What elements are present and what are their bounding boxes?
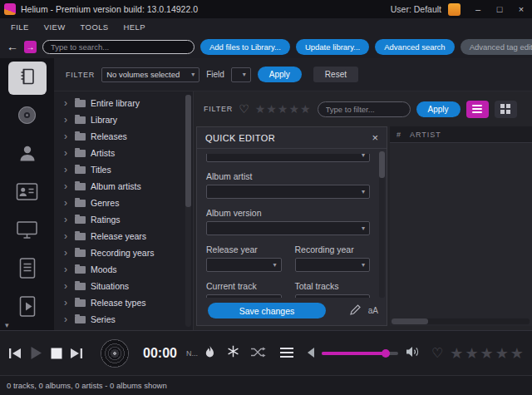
star-icon[interactable]: ★ <box>495 345 509 362</box>
sidebar-item-devices[interactable] <box>8 215 47 248</box>
app-icon <box>4 3 16 15</box>
tree-item[interactable]: › Artists <box>54 145 193 161</box>
field-dropdown[interactable]: ▾ <box>231 67 251 82</box>
sidebar-item-playlists[interactable] <box>8 253 47 286</box>
star-icon[interactable]: ★ <box>266 102 277 116</box>
save-changes-button[interactable]: Save changes <box>208 303 326 318</box>
player-menu-icon[interactable] <box>280 346 293 361</box>
heart-filter-icon[interactable]: ♡ <box>239 103 249 115</box>
play-button[interactable] <box>29 346 43 360</box>
star-icon[interactable]: ★ <box>450 345 463 362</box>
menu-file[interactable]: FILE <box>3 22 37 32</box>
star-icon[interactable]: ★ <box>278 102 288 116</box>
next-track-button[interactable] <box>70 348 83 359</box>
tree-item[interactable]: › Release years <box>54 228 193 244</box>
favorite-heart-icon[interactable]: ♡ <box>431 347 443 360</box>
sidebar-item-artists[interactable] <box>8 138 47 171</box>
menu-help[interactable]: HELP <box>116 22 153 32</box>
sidebar-scroll-down-icon[interactable]: ▾ <box>5 321 9 329</box>
tree-scrollbar-thumb[interactable] <box>185 95 191 207</box>
flame-icon[interactable] <box>205 346 214 361</box>
star-icon[interactable]: ★ <box>255 102 266 116</box>
close-button[interactable]: × <box>510 0 532 18</box>
add-files-button[interactable]: Add files to Library... <box>200 39 290 55</box>
tree-item[interactable]: › Ratings <box>54 211 193 228</box>
tree-item[interactable]: › Series <box>54 311 193 328</box>
volumes-dropdown[interactable]: No volumes selected ▾ <box>101 67 200 82</box>
tree-item[interactable]: › Recording years <box>54 244 193 261</box>
column-artist[interactable]: ARTIST <box>410 131 441 139</box>
previous-track-button[interactable] <box>8 348 22 359</box>
volume-mute-icon[interactable] <box>306 346 314 361</box>
clipped-dropdown[interactable]: ▾ <box>206 154 370 162</box>
toolbar: ← → Add files to Library... Update libra… <box>0 35 532 58</box>
album-artist-dropdown[interactable]: ▾ <box>206 185 370 199</box>
snowflake-icon[interactable] <box>227 345 239 361</box>
column-number[interactable]: # <box>397 131 401 139</box>
grid-view-button[interactable] <box>495 101 517 118</box>
advanced-search-button[interactable]: Advanced search <box>375 39 454 55</box>
tree-item[interactable]: › Library <box>54 111 193 128</box>
close-icon[interactable]: × <box>372 132 378 143</box>
window-title: Helium - Premium version build: 13.0.149… <box>21 4 198 14</box>
volume-apply-button[interactable]: Apply <box>258 67 302 82</box>
volume-thumb[interactable] <box>382 349 390 358</box>
recording-year-dropdown[interactable]: ▾ <box>295 258 371 272</box>
folder-icon <box>75 283 86 290</box>
book-icon <box>18 67 37 89</box>
star-icon[interactable]: ★ <box>465 345 478 362</box>
album-version-dropdown[interactable]: ▾ <box>206 221 370 235</box>
quick-editor-scrollbar-thumb[interactable] <box>379 151 385 178</box>
quick-editor-scrollbar[interactable] <box>379 151 385 298</box>
star-rating-filter[interactable]: ★★★★★ <box>255 101 312 116</box>
sidebar-item-contacts[interactable] <box>8 176 47 210</box>
track-filter-apply-button[interactable]: Apply <box>416 101 461 117</box>
artist-h-scrollbar-thumb[interactable] <box>392 318 428 324</box>
star-icon[interactable]: ★ <box>300 102 311 116</box>
vinyl-disc-icon[interactable] <box>101 339 129 368</box>
list-view-button[interactable] <box>466 101 489 118</box>
font-size-toggle[interactable]: aA <box>368 306 378 315</box>
track-filter-input[interactable] <box>326 105 402 114</box>
tree-item[interactable]: › Situations <box>54 278 193 294</box>
chevron-down-icon: ▾ <box>239 71 246 78</box>
star-icon[interactable]: ★ <box>480 345 494 362</box>
sidebar-item-now-playing[interactable] <box>8 291 47 324</box>
star-icon[interactable]: ★ <box>288 102 299 116</box>
play-mode-label[interactable]: N... <box>186 349 198 358</box>
tree-item[interactable]: › Titles <box>54 161 193 178</box>
stop-button[interactable] <box>51 348 62 359</box>
star-icon[interactable]: ★ <box>510 345 524 362</box>
artist-h-scrollbar[interactable] <box>392 318 530 324</box>
track-rating-stars[interactable]: ★★★★★ <box>448 344 524 363</box>
volume-loud-icon[interactable] <box>406 346 420 361</box>
monitor-icon <box>16 220 38 244</box>
menu-view[interactable]: VIEW <box>37 22 73 32</box>
menu-tools[interactable]: TOOLS <box>73 22 116 32</box>
folder-icon <box>75 316 86 323</box>
update-library-button[interactable]: Update library... <box>296 39 369 55</box>
tree-item-label: Library <box>91 115 117 125</box>
tree-item[interactable]: › Release types <box>54 294 193 311</box>
premium-icon[interactable] <box>448 3 461 16</box>
tree-item[interactable]: › Moods <box>54 261 193 278</box>
tree-scrollbar[interactable] <box>185 95 191 327</box>
volume-slider[interactable] <box>322 348 398 358</box>
pencil-icon[interactable] <box>350 304 361 318</box>
tree-item[interactable]: › Releases <box>54 128 193 145</box>
forward-arrow-icon[interactable]: → <box>24 41 37 53</box>
sidebar-item-library[interactable] <box>8 62 47 95</box>
tree-item[interactable]: › Genres <box>54 195 193 211</box>
volume-reset-button[interactable]: Reset <box>313 67 358 82</box>
maximize-button[interactable]: □ <box>489 0 510 18</box>
tree-item[interactable]: › Entire library <box>54 95 193 111</box>
sidebar-item-discs[interactable] <box>8 100 47 133</box>
shuffle-icon[interactable] <box>250 346 266 361</box>
tree-item-label: Artists <box>91 148 115 158</box>
release-year-dropdown[interactable]: ▾ <box>206 258 282 272</box>
folder-icon <box>75 183 86 190</box>
minimize-button[interactable]: – <box>467 0 489 18</box>
back-arrow-icon[interactable]: ← <box>7 40 18 53</box>
search-input[interactable] <box>51 42 186 52</box>
tree-item[interactable]: › Album artists <box>54 178 193 195</box>
